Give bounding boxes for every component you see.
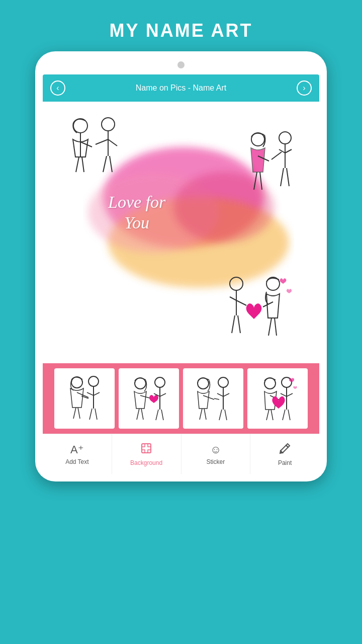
svg-point-26 bbox=[230, 277, 243, 290]
svg-line-22 bbox=[285, 149, 292, 153]
svg-line-42 bbox=[87, 392, 94, 395]
sticker-bottom bbox=[209, 273, 299, 363]
svg-line-45 bbox=[89, 409, 92, 420]
app-bar-title: Name on Pics - Name Art bbox=[136, 84, 227, 93]
canvas-area: Love for You bbox=[43, 102, 319, 363]
sticker-top-right bbox=[239, 127, 304, 227]
background-icon bbox=[140, 442, 152, 457]
svg-line-60 bbox=[204, 409, 206, 420]
toolbar-add-text[interactable]: A⁺ Add Text bbox=[43, 434, 112, 474]
svg-point-61 bbox=[218, 377, 228, 387]
phone-frame: ‹ Name on Pics - Name Art › Love for You bbox=[35, 51, 327, 481]
svg-point-51 bbox=[155, 377, 165, 387]
paint-label: Paint bbox=[278, 459, 292, 466]
canvas-text: Love for You bbox=[108, 192, 165, 233]
svg-line-54 bbox=[160, 393, 166, 396]
svg-line-23 bbox=[272, 152, 282, 159]
svg-line-67 bbox=[225, 410, 227, 420]
svg-line-77 bbox=[288, 410, 290, 420]
svg-line-30 bbox=[232, 315, 235, 333]
background-label: Background bbox=[130, 459, 162, 466]
svg-line-17 bbox=[254, 172, 257, 190]
svg-line-8 bbox=[82, 157, 84, 172]
svg-point-19 bbox=[279, 132, 291, 144]
phone-camera bbox=[177, 61, 185, 68]
toolbar-sticker[interactable]: ☺ Sticker bbox=[182, 434, 251, 474]
svg-point-40 bbox=[88, 376, 99, 386]
sticker-item-4[interactable] bbox=[247, 368, 308, 429]
svg-line-24 bbox=[281, 168, 284, 186]
svg-line-38 bbox=[73, 408, 76, 419]
svg-line-21 bbox=[279, 149, 285, 153]
forward-button[interactable]: › bbox=[297, 80, 312, 96]
svg-line-28 bbox=[230, 297, 236, 300]
canvas-text-line1: Love for bbox=[108, 192, 165, 213]
svg-line-34 bbox=[268, 318, 272, 336]
svg-line-56 bbox=[161, 410, 163, 420]
svg-line-55 bbox=[156, 410, 158, 420]
bottom-toolbar: A⁺ Add Text Background ☺ Sticker bbox=[43, 434, 319, 474]
sticker-icon: ☺ bbox=[210, 443, 221, 456]
svg-point-9 bbox=[102, 118, 115, 131]
svg-line-66 bbox=[219, 410, 222, 420]
svg-line-76 bbox=[283, 410, 285, 420]
svg-line-70 bbox=[266, 410, 269, 420]
paint-icon bbox=[279, 442, 291, 457]
sticker-item-3[interactable] bbox=[183, 368, 243, 429]
sticker-strip bbox=[43, 363, 319, 434]
svg-line-29 bbox=[236, 300, 246, 305]
svg-line-18 bbox=[260, 172, 262, 190]
svg-line-11 bbox=[96, 139, 108, 144]
app-bar: ‹ Name on Pics - Name Art › bbox=[43, 74, 319, 102]
svg-line-71 bbox=[271, 410, 273, 420]
svg-line-25 bbox=[287, 168, 289, 186]
svg-line-31 bbox=[238, 315, 240, 333]
sticker-label: Sticker bbox=[207, 458, 225, 465]
svg-line-35 bbox=[275, 318, 277, 336]
svg-line-33 bbox=[263, 302, 273, 307]
add-text-icon: A⁺ bbox=[70, 443, 84, 456]
svg-line-64 bbox=[223, 393, 229, 396]
svg-line-7 bbox=[76, 157, 79, 172]
toolbar-background[interactable]: Background bbox=[112, 434, 182, 474]
svg-line-46 bbox=[95, 409, 97, 420]
sticker-item-2[interactable] bbox=[119, 368, 179, 429]
app-title: MY NAME ART bbox=[0, 0, 362, 51]
sticker-top-left bbox=[58, 112, 128, 192]
svg-line-63 bbox=[217, 393, 223, 396]
svg-rect-78 bbox=[142, 444, 151, 453]
toolbar-paint[interactable]: Paint bbox=[250, 434, 319, 474]
svg-line-75 bbox=[287, 393, 293, 396]
canvas-text-line2: You bbox=[108, 213, 165, 233]
svg-line-6 bbox=[80, 142, 92, 147]
svg-line-43 bbox=[94, 392, 100, 395]
svg-line-59 bbox=[200, 409, 202, 420]
svg-line-65 bbox=[214, 398, 219, 399]
svg-line-12 bbox=[108, 139, 117, 146]
svg-line-49 bbox=[137, 409, 139, 420]
svg-line-74 bbox=[281, 393, 287, 396]
svg-line-50 bbox=[141, 409, 143, 420]
svg-line-13 bbox=[103, 156, 107, 172]
svg-line-39 bbox=[78, 408, 80, 419]
add-text-label: Add Text bbox=[65, 458, 88, 465]
svg-line-14 bbox=[110, 156, 112, 172]
back-button[interactable]: ‹ bbox=[50, 80, 65, 96]
sticker-item-1[interactable] bbox=[54, 368, 115, 429]
